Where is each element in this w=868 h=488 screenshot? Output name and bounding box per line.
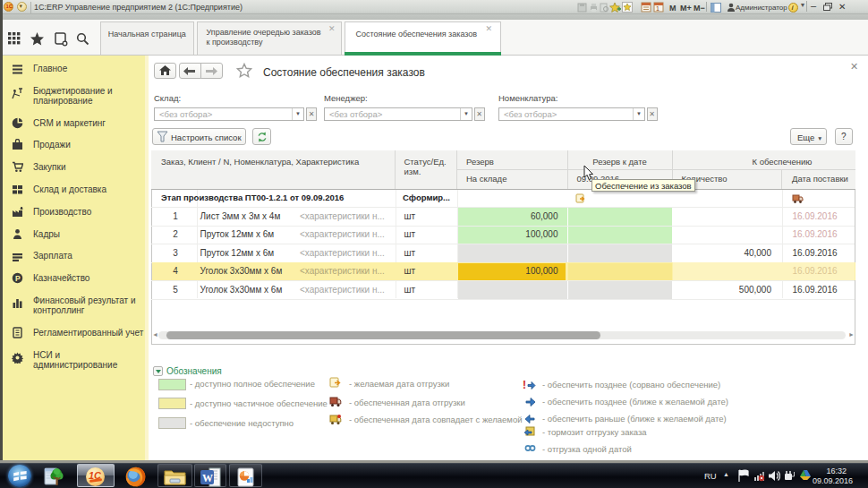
svg-text:1: 1 <box>656 5 660 12</box>
svg-text:!: ! <box>523 379 526 390</box>
svg-text:P: P <box>15 274 21 283</box>
svg-text:W: W <box>202 472 213 484</box>
